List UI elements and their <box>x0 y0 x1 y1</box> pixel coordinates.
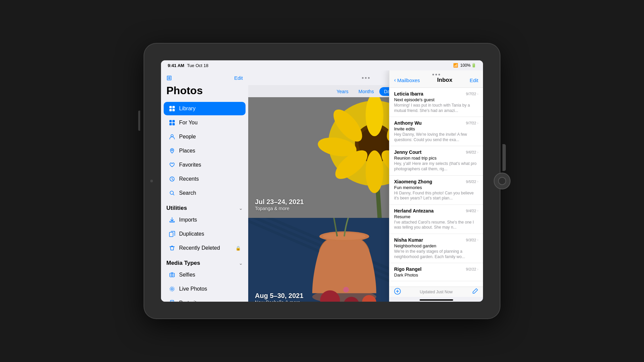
portrait-icon <box>168 299 176 302</box>
subject-6: Neighborhood garden <box>394 243 478 248</box>
sidebar-item-selfies[interactable]: Selfies <box>164 268 246 282</box>
sidebar-item-search[interactable]: Search <box>164 186 246 200</box>
recently-deleted-icon <box>168 244 176 252</box>
imports-icon <box>168 216 176 224</box>
svg-point-18 <box>170 287 174 291</box>
years-tab[interactable]: Years <box>332 87 353 96</box>
sidebar-item-imports[interactable]: Imports <box>164 213 246 227</box>
pencil-icon-2: ✏ <box>471 120 474 124</box>
mail-item-rigo[interactable]: Rigo Rangel 9/2/22 › Dark Photos <box>389 263 483 281</box>
status-right-icons: 📶 100% 🔋 <box>453 63 476 68</box>
pencil-icon-5: ✏ <box>471 208 474 212</box>
media-types-title: Media Types <box>166 260 200 266</box>
date-chevron-7: 9/2/22 › <box>466 267 478 271</box>
live-photos-label: Live Photos <box>179 286 207 292</box>
sidebar-item-portrait[interactable]: Portrait <box>164 296 246 302</box>
mail-item-anthony[interactable]: Anthony Wu 9/7/22 › Invite edits Hey Dan… <box>389 117 483 146</box>
mail-item-leticia[interactable]: Leticia Ibarra 9/7/22 › Next episode's g… <box>389 88 483 117</box>
back-arrow-icon: ‹ <box>394 77 396 83</box>
library-icon <box>168 105 176 112</box>
photos-sidebar: ⊞ Edit Photos Library <box>161 70 248 302</box>
dot3 <box>368 77 370 79</box>
recents-icon <box>168 175 176 183</box>
mail-item-herland[interactable]: Herland Antezana 9/4/22 › Resume I've at… <box>389 205 483 234</box>
subject-4: Fun memories <box>394 185 478 190</box>
svg-point-33 <box>366 150 383 193</box>
sender-rigo: Rigo Rangel <box>394 266 422 272</box>
app-area: ⊞ Edit Photos Library <box>161 70 483 302</box>
preview-1: Morning! I was put in touch with Tania b… <box>394 103 478 113</box>
mail-item-xiaomeng[interactable]: Xiaomeng Zhong 9/5/22 › Fun memories Hi … <box>389 176 483 205</box>
selfies-label: Selfies <box>179 272 195 278</box>
chevron-3: › <box>477 150 478 154</box>
battery-indicator: 100% 🔋 <box>460 63 476 68</box>
mail-edit-button[interactable]: Edit <box>470 77 478 83</box>
media-types-section-header[interactable]: Media Types ⌄ <box>161 255 248 268</box>
svg-rect-13 <box>169 232 173 237</box>
photo-date-range-2: Aug 5–30, 2021 <box>255 292 304 300</box>
subject-7: Dark Photos <box>394 273 478 278</box>
svg-rect-7 <box>172 123 175 125</box>
duplicates-label: Duplicates <box>179 231 204 237</box>
home-button[interactable] <box>494 173 511 189</box>
utilities-section-header[interactable]: Utilities ⌄ <box>161 200 248 213</box>
chevron-5: › <box>477 209 478 213</box>
months-tab[interactable]: Months <box>354 87 379 96</box>
mail-item-header-4: Xiaomeng Zhong 9/5/22 › <box>394 179 478 184</box>
chevron-4: › <box>477 180 478 183</box>
duplicates-icon <box>168 230 176 238</box>
sidebar-item-recents[interactable]: Recents <box>164 172 246 186</box>
mail-item-header-1: Leticia Ibarra 9/7/22 › <box>394 91 478 97</box>
wifi-icon: 📶 <box>453 63 458 68</box>
mail-dot3 <box>438 74 440 75</box>
sidebar-item-live-photos[interactable]: Live Photos <box>164 282 246 296</box>
status-date: Tue Oct 18 <box>187 63 208 68</box>
mail-item-header-3: Jenny Court 9/6/22 › <box>394 149 478 155</box>
sidebar-edit-button[interactable]: Edit <box>234 75 243 81</box>
media-types-chevron: ⌄ <box>239 260 243 266</box>
utilities-title: Utilities <box>166 205 187 212</box>
mail-inbox-title: Inbox <box>437 77 452 83</box>
mail-dot1 <box>432 74 434 75</box>
sidebar-item-recently-deleted[interactable]: Recently Deleted 🔒 <box>164 241 246 255</box>
photo-section-2-info: Aug 5–30, 2021 New Rochelle & more <box>255 292 304 302</box>
sidebar-item-people[interactable]: People <box>164 130 246 143</box>
mail-dot2 <box>435 74 437 75</box>
sidebar-item-favorites[interactable]: Favorites <box>164 158 246 172</box>
preview-2: Hey Danny, We're loving the invite! A fe… <box>394 132 478 142</box>
sender-herland: Herland Antezana <box>394 208 434 214</box>
sidebar-item-for-you[interactable]: For You <box>164 116 246 129</box>
sidebar-item-duplicates[interactable]: Duplicates <box>164 227 246 241</box>
mail-compose-icon[interactable] <box>472 288 478 296</box>
photo-location-1: Topanga & more <box>255 206 304 211</box>
mail-item-jenny[interactable]: Jenny Court 9/6/22 › Reunion road trip p… <box>389 146 483 175</box>
svg-point-20 <box>171 302 173 302</box>
screen: 9:41 AM Tue Oct 18 📶 100% 🔋 ⊞ Edit Photo… <box>161 60 483 302</box>
subject-2: Invite edits <box>394 126 478 131</box>
mail-nav-row: ‹ Mailboxes Inbox Edit <box>394 77 478 83</box>
utilities-chevron: ⌄ <box>239 205 243 211</box>
mail-item-nisha[interactable]: Nisha Kumar 9/3/22 › Neighborhood garden… <box>389 234 483 263</box>
svg-rect-14 <box>170 273 174 277</box>
photo-section-1-info: Jul 23–24, 2021 Topanga & more <box>255 198 304 211</box>
svg-rect-0 <box>169 106 172 108</box>
chevron-7: › <box>477 267 478 271</box>
mail-back-button[interactable]: ‹ Mailboxes <box>394 77 420 83</box>
svg-point-46 <box>343 287 349 293</box>
sidebar-item-library[interactable]: Library <box>164 102 246 115</box>
people-icon <box>168 133 176 140</box>
mailboxes-label: Mailboxes <box>397 77 420 83</box>
mail-updated-text: Updated Just Now <box>420 290 452 294</box>
mail-item-header-5: Herland Antezana 9/4/22 › <box>394 208 478 214</box>
mail-compose-alt-icon[interactable] <box>394 288 401 296</box>
recently-deleted-label: Recently Deleted <box>179 245 220 251</box>
sidebar-header: ⊞ Edit <box>161 70 248 83</box>
sidebar-item-places[interactable]: Places <box>164 144 246 158</box>
recents-label: Recents <box>179 176 199 182</box>
preview-3: Hey, y'all! Here are my selects (that's … <box>394 161 478 172</box>
sender-nisha: Nisha Kumar <box>394 237 423 243</box>
sender-leticia: Leticia Ibarra <box>394 91 423 97</box>
mail-home-indicator-area <box>389 297 483 302</box>
dot1 <box>362 77 364 79</box>
photo-location-2: New Rochelle & more <box>255 300 304 302</box>
